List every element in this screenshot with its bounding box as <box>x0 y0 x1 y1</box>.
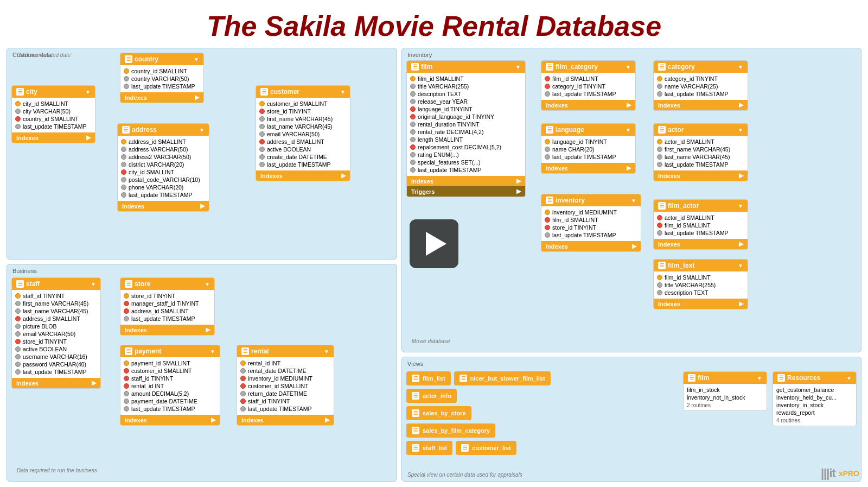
play-button[interactable] <box>410 219 458 268</box>
view-film-list[interactable]: ☰ film_list <box>406 371 451 385</box>
film-field-7: rental_rate DECIMAL(4,2) <box>410 128 522 136</box>
inventory-expand-icon[interactable]: ▼ <box>631 198 636 204</box>
language-footer[interactable]: Indexes ▶ <box>541 163 635 173</box>
view-sales-by-store[interactable]: ☰ sales_by_store <box>406 406 471 420</box>
store-footer[interactable]: Indexes ▶ <box>120 325 214 335</box>
view-label: customer_list <box>472 445 511 451</box>
staff-indexes-expand[interactable]: ▶ <box>92 380 96 387</box>
city-body: city_id SMALLINT city VARCHAR(50) countr… <box>12 98 95 132</box>
city-table-icon: ☰ <box>16 88 24 96</box>
customer-footer[interactable]: Indexes ▶ <box>256 170 350 181</box>
payment-footer[interactable]: Indexes ▶ <box>120 415 220 425</box>
film-text-name: film_text <box>668 262 694 269</box>
customer-expand-icon[interactable]: ▼ <box>340 89 346 95</box>
film-view-expand[interactable]: ▼ <box>757 375 762 381</box>
address-footer[interactable]: Indexes ▶ <box>118 201 209 211</box>
actor-footer[interactable]: Indexes ▶ <box>654 170 748 181</box>
pk-icon <box>545 139 550 144</box>
cat-indexes-expand[interactable]: ▶ <box>739 102 743 109</box>
reg-icon <box>410 91 416 97</box>
reg-icon <box>657 147 662 152</box>
country-expand-icon[interactable]: ▼ <box>194 56 199 62</box>
fk-icon <box>240 383 246 389</box>
store-field-1: manager_staff_id TINYINT <box>124 300 211 307</box>
payment-field-0: payment_id SMALLINT <box>124 359 216 367</box>
film-actor-footer[interactable]: Indexes ▶ <box>654 239 748 249</box>
customer-field-4: email VARCHAR(50) <box>259 130 347 138</box>
fc-indexes-expand[interactable]: ▶ <box>627 102 631 109</box>
country-footer[interactable]: Indexes ▶ <box>120 92 203 103</box>
view-nicer-film-list[interactable]: ☰ nicer_but_slower_film_list <box>454 371 551 385</box>
ft-indexes-expand[interactable]: ▶ <box>739 300 743 307</box>
film-indexes-footer[interactable]: Indexes ▶ <box>407 176 525 186</box>
pk-icon <box>124 360 129 366</box>
film-triggers-footer[interactable]: Triggers ▶ <box>407 186 525 197</box>
language-expand-icon[interactable]: ▼ <box>626 127 631 133</box>
category-expand-icon[interactable]: ▼ <box>738 64 743 70</box>
address-field-5: postal_code_VARCHAR(10) <box>121 176 206 184</box>
fa-indexes-expand[interactable]: ▶ <box>739 241 743 248</box>
staff-expand-icon[interactable]: ▼ <box>91 281 96 287</box>
resources-expand[interactable]: ▼ <box>846 375 852 381</box>
views-note: Special view on certain data used for ap… <box>407 472 522 478</box>
lang-field-2: last_update TIMESTAMP <box>545 153 632 161</box>
film-text-footer[interactable]: Indexes ▶ <box>654 299 748 309</box>
country-indexes-expand[interactable]: ▶ <box>195 94 199 101</box>
film-text-expand[interactable]: ▼ <box>738 263 743 269</box>
inv-indexes-expand[interactable]: ▶ <box>632 243 636 250</box>
rental-table-name: rental <box>251 347 269 355</box>
fc-field-2: last_update TIMESTAMP <box>545 90 632 98</box>
actor-table: ☰ actor ▼ actor_id SMALLINT first_name V… <box>653 123 748 181</box>
rental-expand-icon[interactable]: ▼ <box>324 349 329 355</box>
staff-field-10: last_update TIMESTAMP <box>15 368 97 376</box>
payment-indexes-expand[interactable]: ▶ <box>211 416 215 423</box>
store-indexes-expand[interactable]: ▶ <box>206 326 210 333</box>
film-category-expand[interactable]: ▼ <box>626 64 631 70</box>
payment-field-1: customer_id SMALLINT <box>124 367 216 375</box>
category-body: category_id TINYINT name VARCHAR(25) las… <box>654 73 748 100</box>
film-view-name: film <box>698 374 709 382</box>
city-footer[interactable]: Indexes ▶ <box>12 132 95 143</box>
category-table: ☰ category ▼ category_id TINYINT name VA… <box>653 60 748 111</box>
category-footer[interactable]: Indexes ▶ <box>654 100 748 110</box>
store-expand-icon[interactable]: ▼ <box>205 281 210 287</box>
inv-field-0: inventory_id MEDIUMINT <box>545 208 637 216</box>
address-expand-icon[interactable]: ▼ <box>199 127 205 133</box>
reg-icon <box>15 124 21 129</box>
film-actor-expand[interactable]: ▼ <box>738 203 743 209</box>
cat-field-1: name VARCHAR(25) <box>657 83 744 90</box>
language-body: language_id TINYINT name CHAR(20) last_u… <box>541 136 635 163</box>
film-indexes-expand[interactable]: ▶ <box>516 178 521 185</box>
customer-body: customer_id SMALLINT store_id TINYINT fi… <box>256 98 350 170</box>
city-expand-icon[interactable]: ▼ <box>85 89 91 95</box>
address-indexes-expand[interactable]: ▶ <box>200 203 205 210</box>
category-table-icon: ☰ <box>658 63 666 71</box>
view-sales-by-film[interactable]: ☰ sales_by_film_category <box>406 423 495 438</box>
actor-expand-icon[interactable]: ▼ <box>738 127 743 133</box>
business-note: Data required to run the business <box>17 467 97 473</box>
rental-indexes-expand[interactable]: ▶ <box>325 416 329 423</box>
view-staff-list[interactable]: ☰ staff_list <box>406 441 452 455</box>
reg-icon <box>259 154 265 160</box>
inventory-footer[interactable]: Indexes ▶ <box>541 241 641 251</box>
inventory-body: inventory_id MEDIUMINT film_id SMALLINT … <box>541 206 641 241</box>
lang-indexes-expand[interactable]: ▶ <box>627 165 631 172</box>
film-expand-icon[interactable]: ▼ <box>515 64 521 70</box>
rental-footer[interactable]: Indexes ▶ <box>237 415 334 425</box>
payment-field-5: payment_date DATETIME <box>124 397 216 405</box>
payment-table-name: payment <box>135 347 161 355</box>
view-customer-list[interactable]: ☰ customer_list <box>456 441 516 455</box>
view-actor-info[interactable]: ☰ actor_info <box>406 389 457 403</box>
fk-icon <box>259 109 265 114</box>
staff-footer[interactable]: Indexes ▶ <box>12 378 100 388</box>
payment-expand-icon[interactable]: ▼ <box>210 349 215 355</box>
customer-indexes-expand[interactable]: ▶ <box>341 172 346 179</box>
city-field-0: city_id SMALLINT <box>15 100 92 107</box>
film-triggers-expand[interactable]: ▶ <box>516 188 521 195</box>
rental-header: ☰ rental ▼ <box>237 345 334 357</box>
city-field-1: city VARCHAR(50) <box>15 107 92 115</box>
city-indexes-expand[interactable]: ▶ <box>86 134 91 141</box>
actor-indexes-expand[interactable]: ▶ <box>739 172 743 179</box>
film-category-header: ☰ film_category ▼ <box>541 61 635 73</box>
film-category-footer[interactable]: Indexes ▶ <box>541 100 635 110</box>
